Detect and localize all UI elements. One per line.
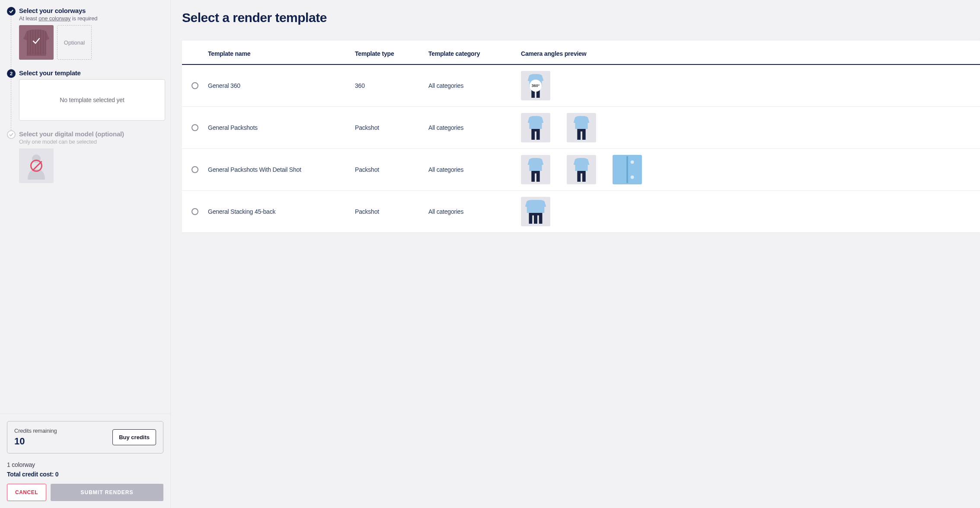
preview-thumb-outfit-360: 360° [521, 71, 550, 100]
badge-360: 360° [530, 80, 542, 92]
table-row[interactable]: General PackshotsPackshotAll categories [182, 107, 980, 149]
step-model: Select your digital model (optional) Onl… [7, 130, 163, 183]
check-icon [9, 132, 13, 137]
template-category: All categories [428, 124, 521, 131]
sidebar-footer: Credits remaining 10 Buy credits 1 color… [0, 414, 170, 508]
step-title: Select your template [19, 69, 163, 77]
credits-label: Credits remaining [14, 428, 57, 434]
outfit-stack-icon [522, 198, 549, 225]
main: Select a render template Template name T… [171, 0, 980, 508]
preview-thumb-outfit-stack [521, 197, 550, 226]
template-radio[interactable] [192, 82, 198, 89]
table-row[interactable]: General Packshots With Detail ShotPacksh… [182, 149, 980, 191]
template-empty-box: No template selected yet [19, 79, 165, 121]
outfit-icon [522, 114, 549, 141]
template-radio[interactable] [192, 208, 198, 215]
template-radio[interactable] [192, 166, 198, 173]
submit-renders-button[interactable]: SUBMIT RENDERS [51, 484, 163, 501]
check-icon [32, 37, 41, 48]
colorway-thumb-selected[interactable] [19, 25, 54, 60]
template-type: 360 [355, 82, 428, 89]
preview-cell [521, 154, 980, 185]
template-category: All categories [428, 166, 521, 173]
outfit-icon [522, 156, 549, 183]
template-category: All categories [428, 208, 521, 215]
prohibited-icon [30, 160, 42, 172]
summary-colorway: 1 colorway [7, 461, 163, 468]
step-indicator-pending [7, 130, 16, 139]
colorway-add-optional[interactable]: Optional [57, 25, 92, 60]
step-template: 2 Select your template No template selec… [7, 69, 163, 121]
credits-box: Credits remaining 10 Buy credits [7, 421, 163, 453]
step-title: Select your colorways [19, 7, 163, 14]
step-subtitle: Only one model can be selected [19, 138, 163, 145]
check-icon [9, 9, 13, 13]
preview-thumb-outfit-back [567, 113, 596, 142]
preview-thumb-detail [613, 155, 642, 184]
sidebar: Select your colorways At least one color… [0, 0, 171, 508]
step-colorways: Select your colorways At least one color… [7, 7, 163, 60]
page-title: Select a render template [182, 10, 980, 25]
preview-thumb-outfit-back [567, 155, 596, 184]
table-row[interactable]: General 360360All categories360° [182, 65, 980, 107]
template-type: Packshot [355, 208, 428, 215]
col-category: Template category [428, 50, 521, 57]
table-row[interactable]: General Stacking 45-backPackshotAll cate… [182, 191, 980, 233]
preview-cell: 360° [521, 70, 980, 101]
template-name: General Packshots With Detail Shot [208, 166, 355, 173]
summary-cost: Total credit cost: 0 [7, 471, 163, 478]
template-type: Packshot [355, 166, 428, 173]
template-type: Packshot [355, 124, 428, 131]
template-name: General Packshots [208, 124, 355, 131]
step-title: Select your digital model (optional) [19, 130, 163, 138]
preview-cell [521, 196, 980, 227]
step-subtitle: At least one colorway is required [19, 15, 163, 22]
template-name: General 360 [208, 82, 355, 89]
step-indicator-done [7, 7, 16, 16]
credits-value: 10 [14, 436, 57, 447]
model-none-thumb[interactable] [19, 148, 54, 183]
template-name: General Stacking 45-back [208, 208, 355, 215]
preview-cell [521, 112, 980, 143]
template-table: Template name Template type Template cat… [182, 41, 980, 233]
preview-thumb-outfit-front [521, 113, 550, 142]
cancel-button[interactable]: CANCEL [7, 484, 46, 501]
outfit-icon [568, 114, 595, 141]
step-indicator-current: 2 [7, 69, 16, 78]
template-category: All categories [428, 82, 521, 89]
col-preview: Camera angles preview [521, 50, 980, 57]
table-header: Template name Template type Template cat… [182, 41, 980, 65]
col-name: Template name [208, 50, 355, 57]
template-radio[interactable] [192, 124, 198, 131]
preview-thumb-outfit-front [521, 155, 550, 184]
outfit-icon [568, 156, 595, 183]
col-type: Template type [355, 50, 428, 57]
detail-icon [614, 156, 641, 183]
buy-credits-button[interactable]: Buy credits [112, 429, 156, 445]
